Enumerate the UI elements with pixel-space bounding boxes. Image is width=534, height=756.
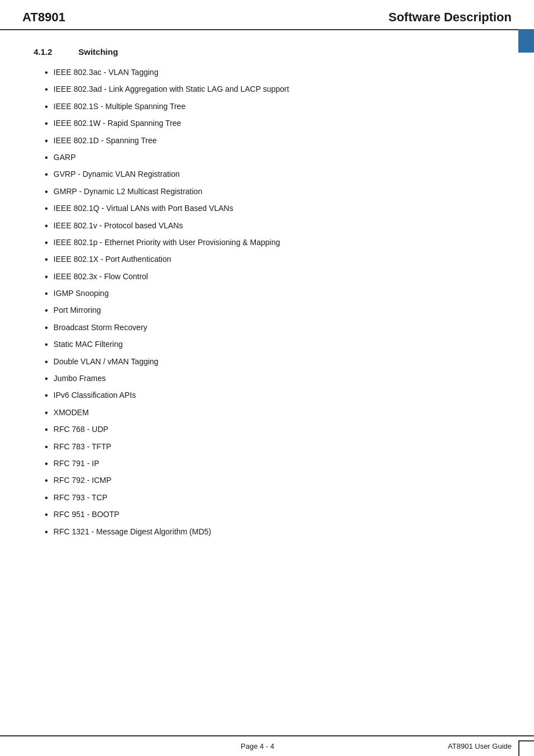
list-item: IEEE 802.3ad - Link Aggregation with Sta… <box>45 83 512 96</box>
header-doc-title: Software Description <box>388 10 512 25</box>
page-wrapper: AT8901 Software Description 4.1.2 Switch… <box>0 0 534 756</box>
list-item: IGMP Snooping <box>45 288 512 300</box>
page-header: AT8901 Software Description <box>0 0 534 30</box>
list-item: IEEE 802.1v - Protocol based VLANs <box>45 220 512 232</box>
section-heading: 4.1.2 Switching <box>34 47 512 57</box>
list-item: Broadcast Storm Recovery <box>45 322 512 334</box>
footer-corner-decoration <box>518 740 534 756</box>
list-item: IEEE 802.1D - Spanning Tree <box>45 135 512 147</box>
list-item: IEEE 802.3ac - VLAN Tagging <box>45 67 512 79</box>
list-item: RFC 1321 - Message Digest Algorithm (MD5… <box>45 526 512 538</box>
corner-accent <box>518 29 534 53</box>
list-item: IEEE 802.1W - Rapid Spanning Tree <box>45 118 512 130</box>
feature-list: IEEE 802.3ac - VLAN TaggingIEEE 802.3ad … <box>45 67 512 538</box>
page-footer: Page 4 - 4 AT8901 User Guide <box>0 735 534 756</box>
main-content: 4.1.2 Switching IEEE 802.3ac - VLAN Tagg… <box>0 30 534 565</box>
list-item: RFC 793 - TCP <box>45 492 512 504</box>
section-number: 4.1.2 <box>34 47 62 57</box>
footer-guide-name: AT8901 User Guide <box>448 742 512 750</box>
list-item: GVRP - Dynamic VLAN Registration <box>45 168 512 181</box>
list-item: GMRP - Dynamic L2 Multicast Registration <box>45 186 512 198</box>
list-item: Jumbo Frames <box>45 373 512 385</box>
list-item: IEEE 802.1p - Ethernet Priority with Use… <box>45 237 512 249</box>
list-item: RFC 792 - ICMP <box>45 475 512 487</box>
list-item: RFC 783 - TFTP <box>45 441 512 453</box>
list-item: RFC 791 - IP <box>45 458 512 470</box>
list-item: RFC 768 - UDP <box>45 424 512 436</box>
list-item: IEEE 802.1X - Port Authentication <box>45 253 512 266</box>
section-title: Switching <box>78 47 118 57</box>
list-item: IEEE 802.1S - Multiple Spanning Tree <box>45 101 512 113</box>
footer-page-number: Page 4 - 4 <box>67 742 448 750</box>
list-item: GARP <box>45 152 512 164</box>
list-item: IEEE 802.3x - Flow Control <box>45 271 512 283</box>
list-item: XMODEM <box>45 407 512 419</box>
list-item: Static MAC Filtering <box>45 339 512 351</box>
list-item: IEEE 802.1Q - Virtual LANs with Port Bas… <box>45 203 512 215</box>
header-product-name: AT8901 <box>22 10 65 25</box>
list-item: Double VLAN / vMAN Tagging <box>45 356 512 368</box>
list-item: RFC 951 - BOOTP <box>45 509 512 521</box>
list-item: IPv6 Classification APIs <box>45 389 512 402</box>
list-item: Port Mirroring <box>45 304 512 317</box>
